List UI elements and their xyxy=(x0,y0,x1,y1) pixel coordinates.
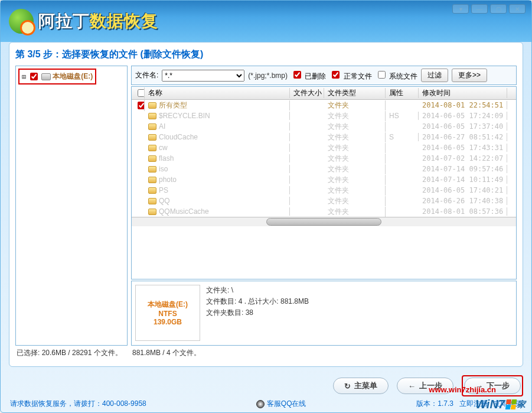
qq-link[interactable]: 客服QQ在线 xyxy=(256,399,306,409)
row-type: 文件夹 xyxy=(324,175,386,185)
expand-icon[interactable]: ⊞ xyxy=(22,73,26,81)
table-row[interactable]: $RECYCLE.BIN文件夹HS2014-06-05 17:24:09 xyxy=(132,110,516,121)
col-size[interactable]: 文件大小 xyxy=(290,88,324,98)
table-row[interactable]: QQMusicCache文件夹2014-08-01 08:57:36 xyxy=(132,206,516,217)
table-body: 所有类型文件夹2014-08-01 22:54:51$RECYCLE.BIN文件… xyxy=(132,100,516,217)
jia-text: 家 xyxy=(517,399,526,410)
table-row[interactable]: photo文件夹2014-07-14 10:11:49 xyxy=(132,174,516,185)
qq-icon xyxy=(256,400,265,408)
row-checkbox[interactable] xyxy=(138,102,145,109)
table-row[interactable]: CloudCache文件夹S2014-06-27 08:51:42 xyxy=(132,132,516,142)
table-row[interactable]: flash文件夹2014-07-02 14:22:07 xyxy=(132,153,516,164)
close-button[interactable]: ✕ xyxy=(509,4,526,14)
refresh-icon: ↻ xyxy=(344,382,351,391)
logo-area: 阿拉丁数据恢复 xyxy=(9,9,158,34)
main-menu-label: 主菜单 xyxy=(354,381,377,391)
tree-item-label: 本地磁盘(E:) xyxy=(53,71,93,82)
disk-thumbnail: 本地磁盘(E:) NTFS 139.0GB xyxy=(135,285,200,341)
col-check[interactable] xyxy=(132,87,145,99)
tree-item-disk-e[interactable]: ⊞ 本地磁盘(E:) xyxy=(18,69,96,84)
content-area: 第 3/5 步：选择要恢复的文件 (删除文件恢复) ⊞ 本地磁盘(E:) 已选择… xyxy=(9,42,523,367)
row-type: 文件夹 xyxy=(324,100,386,110)
next-label: 下一步 xyxy=(487,381,510,391)
tree-checkbox[interactable] xyxy=(30,73,38,80)
folder-icon xyxy=(148,113,156,119)
summary-line1: 文件夹: \ xyxy=(206,285,309,296)
pattern-select[interactable]: *.* xyxy=(162,70,244,82)
horizontal-scrollbar[interactable] xyxy=(132,217,516,226)
row-name: 所有类型 xyxy=(145,100,290,110)
row-mtime: 2014-06-05 17:37:40 xyxy=(419,122,507,131)
file-table[interactable]: 名称 文件大小 文件类型 属性 修改时间 所有类型文件夹2014-08-01 2… xyxy=(131,86,517,279)
row-name: cw xyxy=(145,144,290,152)
disk-fs: NTFS xyxy=(158,310,177,318)
table-row[interactable]: cw文件夹2014-06-05 17:43:31 xyxy=(132,142,516,153)
version-label: 版本： xyxy=(416,399,438,408)
row-mtime: 2014-07-02 14:22:07 xyxy=(419,154,507,162)
system-filter[interactable]: 系统文件 xyxy=(376,69,417,82)
filter-button[interactable]: 过滤 xyxy=(421,69,448,82)
row-type: 文件夹 xyxy=(324,196,386,206)
row-type: 文件夹 xyxy=(324,207,386,217)
normal-filter[interactable]: 正常文件 xyxy=(329,69,371,82)
more-button[interactable]: 更多>> xyxy=(452,69,487,82)
next-button[interactable]: → 下一步 xyxy=(464,378,521,394)
row-type: 文件夹 xyxy=(324,186,386,196)
folder-icon xyxy=(148,155,156,162)
table-row[interactable]: QQ文件夹2014-06-26 17:40:38 xyxy=(132,196,516,206)
minimize-button[interactable]: — xyxy=(471,4,488,14)
row-name: CloudCache xyxy=(145,133,290,141)
row-type: 文件夹 xyxy=(324,154,386,164)
step-title: 第 3/5 步：选择要恢复的文件 (删除文件恢复) xyxy=(15,48,517,61)
table-row[interactable]: AI文件夹2014-06-05 17:37:40 xyxy=(132,121,516,132)
row-mtime: 2014-06-26 17:40:38 xyxy=(419,197,507,205)
row-name: photo xyxy=(145,175,290,184)
col-attr[interactable]: 属性 xyxy=(386,88,419,98)
deleted-checkbox[interactable] xyxy=(293,71,301,79)
arrow-left-icon: ← xyxy=(408,382,416,391)
prev-label: 上一步 xyxy=(419,381,442,391)
maximize-button[interactable]: ▢ xyxy=(490,4,507,14)
app-logo-icon xyxy=(9,9,34,34)
dropdown-button[interactable]: ▾ xyxy=(452,4,469,14)
row-name: flash xyxy=(145,154,290,162)
tree-view[interactable]: ⊞ 本地磁盘(E:) xyxy=(15,66,128,346)
right-status: 881.8MB / 4 个文件。 xyxy=(131,346,517,360)
window-controls: ▾ — ▢ ✕ xyxy=(452,4,526,14)
folder-icon xyxy=(148,209,156,215)
table-row[interactable]: PS文件夹2014-06-05 17:40:21 xyxy=(132,185,516,196)
col-type[interactable]: 文件类型 xyxy=(324,88,386,98)
normal-checkbox[interactable] xyxy=(332,71,340,79)
col-mtime[interactable]: 修改时间 xyxy=(419,88,507,98)
col-name[interactable]: 名称 xyxy=(145,88,290,98)
row-mtime: 2014-06-05 17:24:09 xyxy=(419,112,507,120)
row-name: QQMusicCache xyxy=(145,207,290,216)
titlebar: 阿拉丁数据恢复 ▾ — ▢ ✕ xyxy=(1,1,531,42)
folder-icon xyxy=(148,166,156,173)
disk-name: 本地磁盘(E:) xyxy=(148,300,188,310)
left-pane: ⊞ 本地磁盘(E:) 已选择: 20.6MB / 28291 个文件。 xyxy=(15,66,128,360)
row-type: 文件夹 xyxy=(324,132,386,142)
prev-button[interactable]: ← 上一步 xyxy=(397,378,453,394)
right-pane: 文件名: *.* (*.jpg;*.bmp) 已删除 正常文件 系统文件 过滤 … xyxy=(131,66,517,360)
win7-logo: WiN7 家 xyxy=(475,398,526,411)
deleted-filter[interactable]: 已删除 xyxy=(291,69,326,82)
row-mtime: 2014-06-05 17:43:31 xyxy=(419,144,507,152)
row-mtime: 2014-07-14 09:57:46 xyxy=(419,165,507,173)
row-name: iso xyxy=(145,165,290,173)
row-name: $RECYCLE.BIN xyxy=(145,112,290,120)
disk-capacity: 139.0GB xyxy=(154,318,182,326)
row-type: 文件夹 xyxy=(324,143,386,153)
scrollbar-thumb[interactable] xyxy=(266,218,381,226)
main-menu-button[interactable]: ↻ 主菜单 xyxy=(333,378,389,394)
help-phone: 请求数据恢复服务，请拨打：400-008-9958 xyxy=(10,399,146,409)
system-checkbox[interactable] xyxy=(378,71,386,79)
arrow-right-icon: → xyxy=(475,382,483,391)
table-row[interactable]: iso文件夹2014-07-14 09:57:46 xyxy=(132,164,516,174)
row-name: QQ xyxy=(145,197,290,205)
select-all-checkbox[interactable] xyxy=(138,89,145,97)
row-mtime: 2014-08-01 08:57:36 xyxy=(419,207,507,216)
summary-line3: 文件夹数目: 38 xyxy=(206,307,309,318)
row-attr: S xyxy=(386,133,419,141)
table-row[interactable]: 所有类型文件夹2014-08-01 22:54:51 xyxy=(132,100,516,110)
